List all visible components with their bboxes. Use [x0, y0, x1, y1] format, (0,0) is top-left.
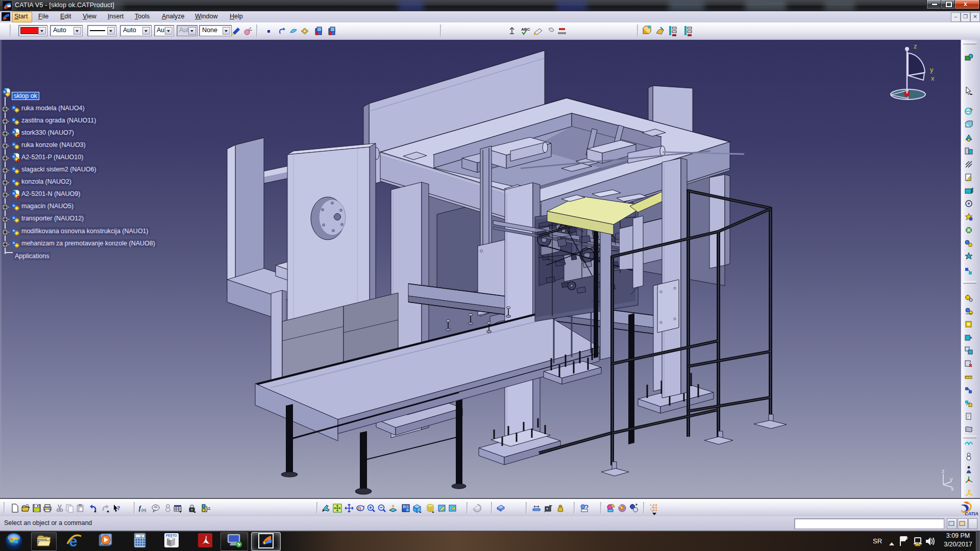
svg-text:y: y: [930, 66, 934, 73]
svg-text:!: !: [918, 542, 919, 546]
svg-text:FESTO: FESTO: [166, 534, 177, 537]
svg-text:z: z: [942, 468, 945, 474]
svg-text:y: y: [950, 476, 953, 482]
svg-text:}=: }=: [206, 505, 210, 512]
svg-text:CATIA: CATIA: [965, 511, 978, 516]
svg-text:x: x: [951, 486, 954, 492]
svg-text:(x): (x): [141, 508, 146, 512]
svg-text:x: x: [931, 74, 935, 82]
svg-text:?: ?: [117, 504, 120, 512]
svg-text:z: z: [914, 42, 917, 50]
